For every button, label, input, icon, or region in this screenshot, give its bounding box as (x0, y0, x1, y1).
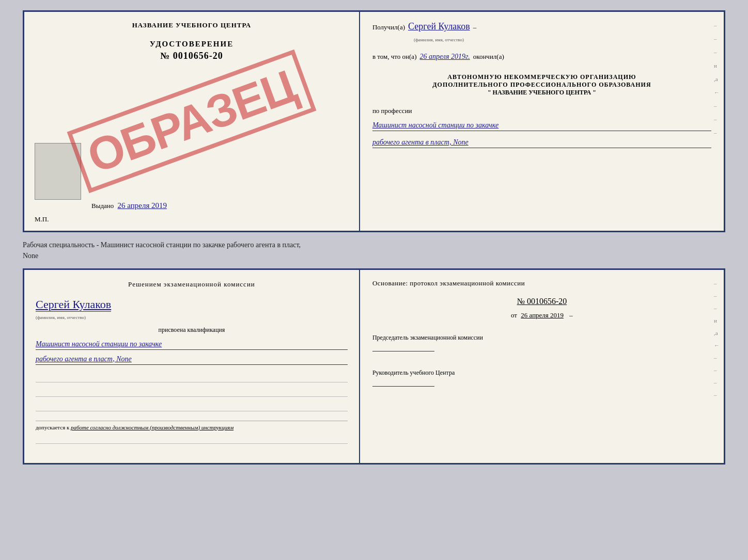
avt-line2: ДОПОЛНИТЕЛЬНОГО ПРОФЕССИОНАЛЬНОГО ОБРАЗО… (372, 81, 711, 89)
qual-text1: Машинист насосной станции по закачке (36, 340, 162, 348)
qual-line2: рабочего агента в пласт, None (36, 354, 348, 365)
prisvoena-label: присвоена квалификация (36, 326, 348, 334)
obrazets-stamp: ОБРАЗЕЦ (67, 50, 317, 193)
bot-right-dashes: – – – и ,а ← – – – – (714, 280, 720, 398)
osnov-num: № 0010656-20 (372, 297, 711, 306)
udostoverenie-block: УДОСТОВЕРЕНИЕ № 0010656-20 (35, 40, 349, 61)
br-dash2: – (714, 293, 720, 299)
dash-r1: – (714, 22, 720, 28)
br-dash10: – (714, 392, 720, 398)
commission-name-block: Сергей Кулаков (фамилия, имя, отчество) (36, 298, 348, 321)
osnov-date: от 26 апреля 2019 – (372, 311, 711, 319)
dash-r8: – (714, 116, 720, 122)
specialty-line1: Рабочая специальность - Машинист насосно… (23, 239, 725, 250)
dash-r5: ,а (714, 76, 720, 82)
br-dash9: – (714, 379, 720, 386)
br-dash5: ,а (714, 330, 720, 336)
predsedatel-sig-line (372, 351, 434, 351)
poluchil-row: Получил(а) Сергей Кулаков – (372, 21, 711, 32)
po-professii-label: по профессии (372, 107, 711, 115)
predsedatel-block: Председатель экзаменационной комиссии (372, 330, 711, 351)
dash-r4: и (714, 62, 720, 69)
vtom-row: в том, что он(а) 26 апреля 2019г. окончи… (372, 53, 711, 61)
familiya-label: (фамилия, имя, отчество) (414, 37, 464, 42)
commission-familiya-label: (фамилия, имя, отчество) (36, 315, 86, 320)
profession-line2: рабочего агента в пласт, None (372, 137, 711, 148)
dopuskaetsya-block: допускается к работе согласно должностны… (36, 421, 348, 430)
doc-bottom-left: Решением экзаменационной комиссии Сергей… (24, 270, 360, 463)
protocol-date: 26 апреля 2019 (521, 311, 564, 319)
empty-line4 (36, 437, 348, 444)
top-center-title: НАЗВАНИЕ УЧЕБНОГО ЦЕНТРА (35, 21, 349, 29)
br-dash8: – (714, 367, 720, 373)
vydano-label: Выдано (91, 202, 114, 210)
avt-line3: " НАЗВАНИЕ УЧЕБНОГО ЦЕНТРА " (372, 89, 711, 97)
dash-bottom: – (569, 311, 573, 319)
poluchil-name: Сергей Кулаков (408, 21, 470, 32)
commission-name-line: Сергей Кулаков (36, 298, 111, 312)
okonchil-label: окончил(а) (473, 53, 504, 61)
vtom-date: 26 апреля 2019г. (419, 53, 470, 61)
predsedatel-label: Председатель экзаменационной комиссии (372, 334, 711, 342)
commission-name: Сергей Кулаков (36, 298, 111, 311)
vtom-label: в том, что он(а) (372, 53, 417, 61)
br-dash3: – (714, 305, 720, 311)
qual-text2: рабочего агента в пласт, None (36, 355, 132, 363)
dash-r9: – (714, 130, 720, 136)
specialty-text-block: Рабочая специальность - Машинист насосно… (23, 238, 725, 262)
specialty-line2: None (23, 250, 725, 261)
dash1: – (473, 23, 477, 31)
rukov-sig-line (372, 386, 434, 387)
rukov-label: Руководитель учебного Центра (372, 369, 711, 377)
avt-block: АВТОНОМНУЮ НЕКОММЕРЧЕСКУЮ ОРГАНИЗАЦИЮ ДО… (372, 73, 711, 97)
br-dash4: и (714, 317, 720, 324)
reshenie-title: Решением экзаменационной комиссии (36, 279, 348, 290)
familiya-sublabel: (фамилия, имя, отчество) (414, 34, 711, 43)
empty-line3 (36, 402, 348, 411)
empty-line1 (36, 373, 348, 382)
mp-label: М.П. (35, 215, 49, 223)
vydano-line: Выдано 26 апреля 2019 (91, 201, 167, 210)
rukov-block: Руководитель учебного Центра (372, 365, 711, 387)
doc-bottom-right: Основание: протокол экзаменационной коми… (360, 270, 724, 463)
udostoverenie-num: № 0010656-20 (35, 51, 349, 61)
osnov-label: Основание: протокол экзаменационной коми… (372, 279, 711, 287)
br-dash1: – (714, 280, 720, 286)
vydano-date: 26 апреля 2019 (118, 201, 167, 210)
profession-text1: Машинист насосной станции по закачке (372, 121, 498, 129)
profession-line1: Машинист насосной станции по закачке (372, 120, 711, 131)
qual-line1: Машинист насосной станции по закачке (36, 339, 348, 350)
br-dash6: ← (714, 342, 720, 348)
dash-r3: – (714, 49, 720, 55)
dopuskaetsya-text: работе согласно должностным (производств… (71, 424, 233, 430)
avt-line1: АВТОНОМНУЮ НЕКОММЕРЧЕСКУЮ ОРГАНИЗАЦИЮ (372, 73, 711, 81)
commission-familiya-sub: (фамилия, имя, отчество) (36, 312, 348, 321)
dash-r7: – (714, 103, 720, 109)
photo-placeholder (35, 143, 81, 200)
empty-line2 (36, 388, 348, 397)
profession-text2: рабочего агента в пласт, None (372, 138, 469, 146)
udostoverenie-title: УДОСТОВЕРЕНИЕ (35, 40, 349, 49)
ot-label: от (511, 311, 517, 319)
br-dash7: – (714, 355, 720, 361)
poluchil-label: Получил(а) (372, 23, 405, 31)
document-bottom: Решением экзаменационной комиссии Сергей… (23, 268, 725, 465)
doc-top-right: Получил(а) Сергей Кулаков – (фамилия, им… (360, 12, 724, 231)
doc-top-left: НАЗВАНИЕ УЧЕБНОГО ЦЕНТРА УДОСТОВЕРЕНИЕ №… (24, 12, 360, 231)
right-dashes: – – – и ,а ← – – – (714, 22, 720, 136)
dash-r6: ← (714, 89, 720, 95)
document-top: НАЗВАНИЕ УЧЕБНОГО ЦЕНТРА УДОСТОВЕРЕНИЕ №… (23, 10, 725, 232)
dopuskaetsya-prefix: допускается к (36, 424, 69, 430)
dash-r2: – (714, 36, 720, 42)
